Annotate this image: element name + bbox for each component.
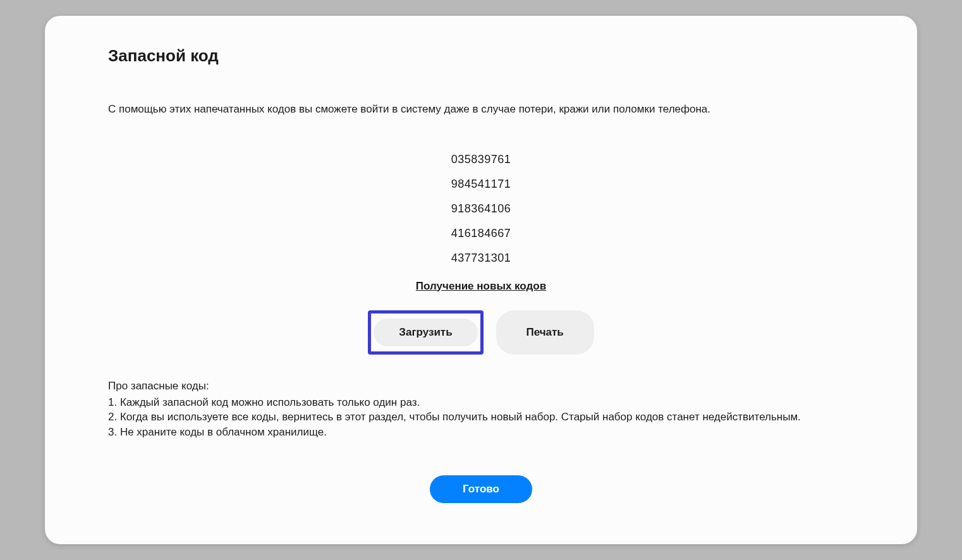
backup-code: 416184667 — [108, 227, 854, 240]
backup-code: 918364106 — [108, 202, 854, 216]
backup-codes-card: Запасной код С помощью этих напечатанных… — [45, 16, 917, 544]
backup-code: 984541171 — [108, 178, 854, 191]
download-highlight-box: Загрузить — [368, 310, 483, 355]
codes-section: 035839761 984541171 918364106 416184667 … — [108, 153, 854, 355]
action-button-row: Загрузить Печать — [108, 310, 854, 355]
done-button[interactable]: Готово — [430, 475, 532, 503]
done-button-wrap: Готово — [108, 475, 854, 503]
page-title: Запасной код — [108, 46, 854, 66]
description-text: С помощью этих напечатанных кодов вы смо… — [108, 101, 854, 118]
notes-title: Про запасные коды: — [108, 380, 854, 393]
note-item: 1. Каждый запасной код можно использоват… — [108, 395, 854, 410]
backup-code: 035839761 — [108, 153, 854, 166]
get-new-codes-link[interactable]: Получение новых кодов — [416, 280, 546, 293]
note-item: 2. Когда вы используете все коды, вернит… — [108, 410, 854, 425]
download-button[interactable]: Загрузить — [374, 319, 477, 346]
note-item: 3. Не храните коды в облачном хранилище. — [108, 425, 854, 440]
backup-code: 437731301 — [108, 252, 854, 265]
notes-section: Про запасные коды: 1. Каждый запасной ко… — [108, 380, 854, 440]
print-button[interactable]: Печать — [496, 310, 594, 355]
